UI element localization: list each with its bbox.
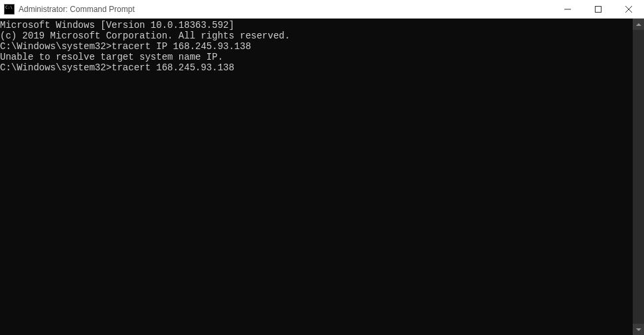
terminal-area: Microsoft Windows [Version 10.0.18363.59… <box>0 19 644 335</box>
terminal-line: Microsoft Windows [Version 10.0.18363.59… <box>0 20 633 31</box>
close-button[interactable] <box>613 0 644 18</box>
minimize-button[interactable] <box>552 0 583 18</box>
maximize-icon <box>595 6 602 13</box>
minimize-icon <box>564 6 571 13</box>
svg-marker-5 <box>636 328 641 331</box>
cmd-icon <box>4 4 15 15</box>
titlebar[interactable]: Administrator: Command Prompt <box>0 0 644 19</box>
window-controls <box>552 0 644 18</box>
svg-rect-1 <box>596 6 602 12</box>
scroll-down-button[interactable] <box>633 324 644 335</box>
chevron-down-icon <box>636 328 641 331</box>
chevron-up-icon <box>636 23 641 26</box>
terminal-line: Unable to resolve target system name IP. <box>0 52 633 62</box>
terminal-output[interactable]: Microsoft Windows [Version 10.0.18363.59… <box>0 19 633 335</box>
window-title: Administrator: Command Prompt <box>19 5 135 14</box>
svg-marker-4 <box>636 23 641 26</box>
close-icon <box>625 6 632 13</box>
titlebar-left: Administrator: Command Prompt <box>0 4 135 15</box>
vertical-scrollbar[interactable] <box>633 19 644 335</box>
maximize-button[interactable] <box>583 0 613 18</box>
command-prompt-window: Administrator: Command Prompt Micr <box>0 0 644 335</box>
terminal-line: C:\Windows\system32>tracert 168.245.93.1… <box>0 62 633 73</box>
terminal-line: C:\Windows\system32>tracert IP 168.245.9… <box>0 41 633 52</box>
terminal-line: (c) 2019 Microsoft Corporation. All righ… <box>0 31 633 41</box>
scroll-up-button[interactable] <box>633 19 644 30</box>
